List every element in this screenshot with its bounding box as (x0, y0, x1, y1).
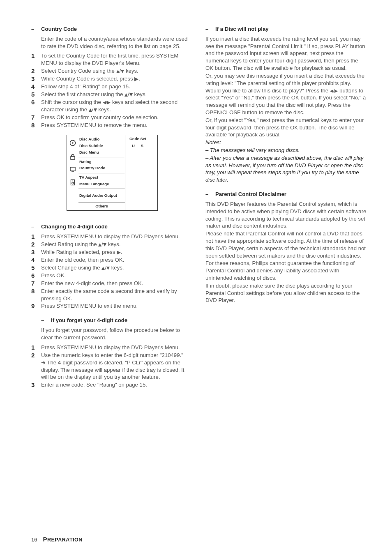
step-text: Enter a new code. See "Rating" on page 1… (41, 381, 193, 389)
heading-changing-code: –Changing the 4-digit code (31, 223, 193, 230)
notes-heading: Notes: (205, 139, 367, 146)
up-arrow-icon (116, 70, 120, 73)
step-text: Press SYSTEM MENU to display the DVD Pla… (41, 344, 193, 351)
menu-item: Rating (79, 159, 125, 165)
down-arrow-icon (129, 93, 133, 97)
step-3: 3Enter a new code. See "Rating" on page … (31, 381, 193, 389)
menu-item: Disc Audio (79, 136, 125, 143)
note-2: – After you clear a message as described… (205, 154, 367, 184)
left-column: –Country Code Enter the code of a countr… (31, 24, 193, 527)
step-text: Enter the new 4-digit code, then press O… (41, 280, 193, 287)
down-arrow-icon (94, 108, 97, 112)
speaker-icon (70, 179, 75, 186)
menu-item: Menu Language (79, 181, 125, 188)
section-title: PREPARATION (43, 536, 82, 543)
parental-p1: This DVD Player features the Parental Co… (205, 200, 367, 230)
heading-forget-code: –If you forget your 4-digit code (31, 317, 193, 324)
step-3: 3While Rating is selected, press . (31, 249, 193, 256)
step-2: 2Select Rating using the / keys. (31, 241, 193, 248)
play-icon (134, 77, 138, 81)
forget-intro: If you forget your password, follow the … (31, 327, 193, 341)
up-arrow-icon (101, 267, 105, 270)
disc-p1: If you insert a disc that exceeds the ra… (205, 35, 367, 72)
tv-icon (69, 166, 76, 172)
step-text: Use the numeric keys to enter the 6-digi… (41, 352, 193, 381)
step-text: While Rating is selected, press . (41, 249, 193, 256)
step-text: Press SYSTEM MENU to display the DVD Pla… (41, 233, 193, 240)
step-text: Shift the cursor using the / keys and se… (41, 99, 193, 113)
step-text: Select Country Code using the / keys. (41, 67, 193, 75)
note-1: – The messages will vary among discs. (205, 147, 367, 154)
menu-item: Disc Subtitle (79, 143, 125, 150)
step-3: 3While Country Code is selected, press . (31, 75, 193, 83)
step-2: 2 Use the numeric keys to enter the 6-di… (31, 352, 193, 381)
step-5: 5Select Change using the / keys. (31, 264, 193, 272)
step-text: Press OK. (41, 272, 193, 279)
page-number: 16 (31, 537, 37, 543)
step-text: Press SYSTEM MENU to exit the menu. (41, 302, 193, 310)
step-9: 9Press SYSTEM MENU to exit the menu. (31, 302, 193, 310)
left-arrow-icon (330, 90, 333, 93)
svg-point-1 (72, 142, 74, 144)
step-4: 4Enter the old code, then press OK. (31, 256, 193, 264)
step-text: Press OK to confirm your country code se… (41, 114, 193, 121)
page: –Country Code Enter the code of a countr… (0, 0, 392, 555)
menu-code-set: Code Set (129, 136, 157, 142)
heading-disc-not-play: –If a Disc will not play (205, 25, 367, 33)
parental-p2: Please note that Parental Control will n… (205, 230, 367, 259)
step-8: 8Enter exactly the same code a second ti… (31, 288, 193, 302)
step-text: To set the Country Code for the first ti… (41, 52, 193, 67)
disc-icon (69, 140, 76, 146)
step-7: 7Press OK to confirm your country code s… (31, 114, 193, 121)
menu-labels-col: Disc Audio Disc Subtitle Disc Menu Ratin… (78, 135, 125, 210)
step-1: 1Press SYSTEM MENU to display the DVD Pl… (31, 344, 193, 351)
menu-right-col: Code Set U S (125, 135, 157, 210)
step-4: 4Follow step 4 of "Rating" on page 15. (31, 83, 193, 90)
heading-country-code: –Country Code (31, 25, 193, 33)
step-text: Select Change using the / keys. (41, 264, 193, 272)
step-text: Select Rating using the / keys. (41, 241, 193, 248)
step-6: 6Shift the cursor using the / keys and s… (31, 99, 193, 113)
heading-text: Parental Control Disclaimer (215, 191, 286, 197)
step-text: Select the first character using the / k… (41, 91, 193, 98)
play-icon (117, 251, 121, 255)
menu-icons-col (67, 135, 78, 210)
step-5: 5Select the first character using the / … (31, 91, 193, 98)
disc-p3: Or, if you select "Yes," next press the … (205, 117, 367, 138)
step-text: Enter the old code, then press OK. (41, 256, 193, 264)
step-text: While Country Code is selected, press . (41, 75, 193, 83)
heading-text: If a Disc will not play (215, 26, 269, 32)
heading-text: Country Code (41, 26, 77, 32)
lock-icon (69, 154, 76, 160)
step-text: Enter exactly the same code a second tim… (41, 288, 193, 302)
down-arrow-icon (103, 243, 106, 246)
parental-p4: If in doubt, please make sure the disc p… (205, 282, 367, 304)
heading-text: If you forget your 4-digit code (51, 317, 127, 323)
step-7: 7Enter the new 4-digit code, then press … (31, 280, 193, 287)
menu-us-value: U S (129, 143, 157, 149)
up-arrow-icon (125, 93, 128, 97)
heading-parental-disclaimer: –Parental Control Disclaimer (205, 191, 367, 198)
disc-p2: Or, you may see this message if you inse… (205, 72, 367, 116)
columns: –Country Code Enter the code of a countr… (31, 24, 367, 527)
step-2: 2Select Country Code using the / keys. (31, 67, 193, 75)
step-text: Follow step 4 of "Rating" on page 15. (41, 83, 193, 90)
svg-point-7 (72, 180, 73, 181)
step-1: 1To set the Country Code for the first t… (31, 52, 193, 67)
menu-item: Digital Audio Output (79, 192, 125, 199)
down-arrow-icon (106, 267, 110, 270)
step-text: Press SYSTEM MENU to remove the menu. (41, 122, 193, 129)
right-column: –If a Disc will not play If you insert a… (205, 24, 367, 527)
menu-item: Disc Menu (79, 149, 125, 156)
svg-rect-2 (71, 157, 75, 159)
step-6: 6Press OK. (31, 272, 193, 279)
up-arrow-icon (98, 243, 101, 246)
left-arrow-icon (103, 101, 106, 104)
svg-rect-3 (70, 167, 75, 171)
svg-point-6 (72, 182, 74, 184)
menu-item: Country Code (79, 165, 125, 172)
country-code-intro: Enter the code of a country/area whose s… (31, 35, 193, 50)
menu-item: TV Aspect (79, 175, 125, 181)
step-8: 8Press SYSTEM MENU to remove the menu. (31, 122, 193, 129)
up-arrow-icon (89, 108, 92, 112)
